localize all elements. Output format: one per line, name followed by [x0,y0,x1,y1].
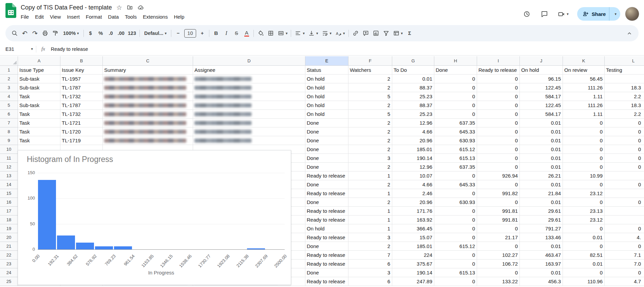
cell-J2[interactable]: 96.15 [520,75,563,83]
cell-I24[interactable]: 0 [477,268,520,277]
cell-L24[interactable]: 0 [605,268,644,277]
cell-A4[interactable]: Task [18,92,60,101]
cell-G4[interactable]: 25.23 [392,92,434,101]
name-box[interactable]: E31 ▾ [0,46,36,52]
cell-D6[interactable] [193,110,305,119]
cell-I3[interactable]: 0 [477,83,520,92]
decrease-font-size-button[interactable]: − [173,28,183,39]
cell-J14[interactable]: 0.01 [520,180,563,189]
cell-D1[interactable]: Assignee [193,66,305,75]
cell-L10[interactable]: 0 [605,145,644,154]
row-header-18[interactable]: 18 [0,216,18,224]
cell-H14[interactable]: 645.33 [434,180,477,189]
cell-J19[interactable]: 791.27 [520,224,563,233]
cell-I6[interactable]: 0 [477,110,520,119]
borders-button[interactable] [266,28,276,39]
cell-J11[interactable]: 0.01 [520,154,563,163]
row-header-1[interactable]: 1 [0,66,18,75]
text-color-button[interactable]: A [242,28,252,39]
cell-H13[interactable]: 0 [434,171,477,180]
row-header-12[interactable]: 12 [0,163,18,171]
cell-I12[interactable]: 0 [477,163,520,171]
cell-J18[interactable]: 29.61 [520,216,563,224]
cell-E11[interactable]: Done [305,154,348,163]
cell-C6[interactable] [103,110,193,119]
cell-L22[interactable]: 7.1 [605,251,644,260]
cell-G14[interactable]: 4.66 [392,180,434,189]
cell-K6[interactable]: 1.11 [563,110,605,119]
row-header-7[interactable]: 7 [0,119,18,127]
formula-input[interactable]: Ready to release [51,46,88,52]
cell-E16[interactable]: Done [305,198,348,207]
cell-D9[interactable] [193,136,305,145]
cell-F20[interactable]: 3 [348,233,392,242]
paint-format-button[interactable] [50,28,60,39]
cell-H19[interactable]: 0 [434,224,477,233]
cell-E10[interactable]: Done [305,145,348,154]
cell-B7[interactable]: TL-1721 [60,119,103,127]
embedded-chart[interactable]: 0501001500.00192.31384.62576.92769.23961… [18,150,291,285]
column-header-F[interactable]: F [348,56,392,66]
print-button[interactable] [40,28,50,39]
cell-F6[interactable]: 5 [348,110,392,119]
cell-E23[interactable]: Ready to release [305,260,348,268]
cell-G10[interactable]: 185.01 [392,145,434,154]
cell-G23[interactable]: 375.67 [392,260,434,268]
cell-G17[interactable]: 171.76 [392,207,434,216]
cell-F24[interactable]: 3 [348,268,392,277]
cell-G2[interactable]: 0.01 [392,75,434,83]
cell-L12[interactable]: 0 [605,163,644,171]
cell-K9[interactable]: 0 [563,136,605,145]
cell-H4[interactable]: 0 [434,92,477,101]
share-button[interactable]: Share ▾ [577,7,620,21]
menu-data[interactable]: Data [105,13,122,21]
cell-F7[interactable]: 2 [348,119,392,127]
cell-F23[interactable]: 6 [348,260,392,268]
cell-B3[interactable]: TL-1787 [60,83,103,92]
cell-G25[interactable]: 247.89 [392,277,434,286]
cell-H12[interactable]: 637.35 [434,163,477,171]
cell-C1[interactable]: Summary [103,66,193,75]
cell-A8[interactable]: Task [18,127,60,136]
cell-B4[interactable]: TL-1732 [60,92,103,101]
cell-C9[interactable] [103,136,193,145]
format-percent-button[interactable]: % [96,28,106,39]
row-header-6[interactable]: 6 [0,110,18,119]
cell-E1[interactable]: Status [305,66,348,75]
row-header-2[interactable]: 2 [0,75,18,83]
cell-J24[interactable]: 0.01 [520,268,563,277]
cell-B1[interactable]: Issue Key [60,66,103,75]
cell-I9[interactable]: 0 [477,136,520,145]
text-wrap-button[interactable]: ▾ [320,28,334,39]
search-button[interactable] [10,28,20,39]
cell-G5[interactable]: 88.37 [392,101,434,110]
cell-C3[interactable] [103,83,193,92]
increase-font-size-button[interactable]: + [197,28,207,39]
cell-K24[interactable]: 0 [563,268,605,277]
cell-H6[interactable]: 0 [434,110,477,119]
table-views-button[interactable]: ▾ [391,28,405,39]
cell-A9[interactable]: Task [18,136,60,145]
cell-J23[interactable]: 163.97 [520,260,563,268]
cell-K13[interactable]: 10.99 [563,171,605,180]
cell-H1[interactable]: Done [434,66,477,75]
cell-H2[interactable]: 0 [434,75,477,83]
cell-F22[interactable]: 7 [348,251,392,260]
cell-L13[interactable] [605,171,644,180]
cell-L14[interactable]: 0 [605,180,644,189]
move-folder-icon[interactable] [127,4,133,11]
cell-K23[interactable]: 0.01 [563,260,605,268]
column-header-L[interactable]: L [605,56,644,66]
cell-J25[interactable]: 456.3 [520,277,563,286]
cell-I8[interactable]: 0 [477,127,520,136]
cell-G3[interactable]: 88.37 [392,83,434,92]
cell-B9[interactable]: TL-1719 [60,136,103,145]
cell-L17[interactable] [605,207,644,216]
cell-L20[interactable]: 4. [605,233,644,242]
row-header-25[interactable]: 25 [0,277,18,286]
column-header-H[interactable]: H [434,56,477,66]
cell-F2[interactable]: 2 [348,75,392,83]
cell-H3[interactable]: 0 [434,83,477,92]
cell-J20[interactable]: 133.46 [520,233,563,242]
cell-I2[interactable]: 0 [477,75,520,83]
